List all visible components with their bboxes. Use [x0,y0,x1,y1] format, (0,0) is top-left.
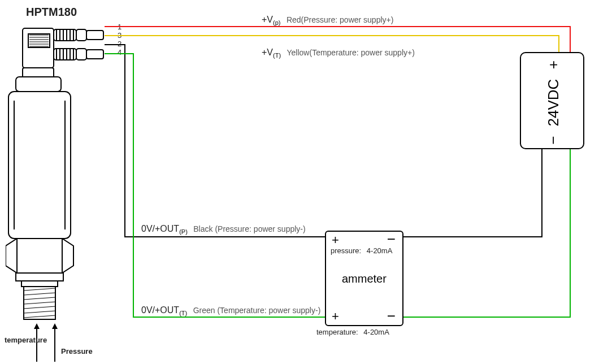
label-black-sub: (P) [179,228,188,235]
arrow-pressure-stem [54,329,55,362]
svg-rect-2 [16,77,61,92]
svg-rect-12 [86,31,103,40]
wire-black-h-stub [105,44,124,45]
label-yellow: +V(T) Yellow(Temperature: power supply+) [262,47,415,59]
label-yellow-symbol: +V [262,47,273,57]
label-yellow-desc: Yellow(Temperature: power supply+) [287,48,415,57]
ammeter-temp-prefix: temperature: [316,328,358,336]
ammeter-temp-plus: + [332,309,339,324]
psu-label: 24VDC [545,79,562,127]
ammeter-pressure-value: 4-20mA [367,246,393,255]
wire-red-v [570,26,571,53]
wire-yellow-v [558,35,559,53]
svg-rect-14 [76,49,86,60]
ammeter-pressure-plus: + [332,233,339,248]
ammeter-box: + − pressure: 4-20mA ammeter + − [325,231,403,326]
input-temperature-label: temperature [5,336,47,344]
pin-4-label: 4 [118,48,121,57]
label-red: +V(p) Red(Pressure: power supply+) [262,15,393,26]
sensor-illustration [6,17,124,333]
wire-yellow-h1 [105,35,559,36]
svg-rect-15 [86,50,103,59]
label-red-desc: Red(Pressure: power supply+) [287,15,393,24]
wire-green-h2 [401,317,571,318]
ammeter-temp-minus: − [387,307,396,325]
wire-green-v1 [133,53,134,317]
svg-rect-3 [28,34,50,47]
ammeter-pressure-prefix: pressure: [331,246,361,255]
label-yellow-sub: (T) [273,52,281,59]
label-green: 0V/+OUT(T) Green (Temperature: power sup… [141,305,320,317]
svg-rect-11 [76,29,86,41]
ammeter-pressure-minus: − [387,231,396,248]
label-black-desc: Black (Pressure: power supply-) [193,224,305,233]
psu-minus: − [545,136,562,145]
psu-label-group: − 24VDC + [545,60,562,145]
label-red-sub: (p) [273,19,280,26]
input-pressure-label: Pressure [61,347,93,356]
label-black: 0V/+OUT(P) Black (Pressure: power supply… [141,224,306,235]
ammeter-label: ammeter [342,272,387,285]
ammeter-temp-row: temperature: 4-20mA [316,328,389,336]
label-red-symbol: +V [262,15,273,24]
label-green-symbol: 0V/+OUT [141,305,179,315]
label-black-symbol: 0V/+OUT [141,224,179,233]
label-green-sub: (T) [179,310,187,317]
ammeter-temp-value: 4-20mA [363,328,389,336]
svg-marker-31 [6,239,73,273]
svg-rect-34 [16,273,63,281]
wire-green-h1 [133,317,325,318]
label-green-desc: Green (Temperature: power supply-) [193,306,321,315]
wire-black-h2 [401,236,542,237]
wire-black-v2 [541,147,542,237]
wire-green-h-stub [105,53,134,54]
arrow-pressure-head [52,323,58,329]
ammeter-pressure-row: pressure: 4-20mA [331,246,392,255]
psu-plus: + [545,60,562,69]
wire-green-v2 [570,147,571,318]
svg-rect-28 [8,92,71,239]
arrow-temperature-stem [36,329,37,362]
svg-rect-35 [21,281,58,287]
wire-black-h1 [124,236,325,237]
wire-black-v1 [124,44,125,236]
wire-red-h [105,26,571,27]
psu-box: − 24VDC + [520,52,584,149]
arrow-temperature-head [34,323,40,329]
